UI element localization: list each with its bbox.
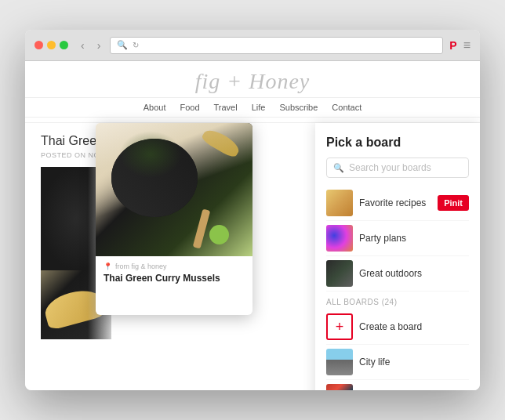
blog-logo: fig + Honey	[25, 69, 480, 94]
menu-button[interactable]: ≡	[463, 38, 470, 52]
nav-life[interactable]: Life	[252, 103, 266, 112]
board-name-city-life: City life	[359, 357, 469, 368]
nav-about[interactable]: About	[144, 103, 166, 112]
card-image	[96, 123, 252, 256]
search-icon: 🔍	[117, 40, 128, 50]
website-content: fig + Honey About Food Travel Life Subsc…	[25, 61, 480, 390]
card-source: 📍 from fig & honey	[104, 262, 245, 270]
create-board-item[interactable]: + Create a board	[326, 310, 469, 345]
board-thumb-city-life	[326, 349, 353, 375]
pinterest-icon: P	[449, 39, 456, 52]
traffic-lights	[35, 41, 68, 49]
board-thumb-favorite-recipes	[326, 190, 353, 216]
maximize-button[interactable]	[60, 41, 68, 49]
board-thumb-design	[326, 384, 353, 390]
board-item-design[interactable]: Design	[326, 380, 469, 390]
board-item-favorite-recipes[interactable]: Favorite recipes Pinit	[326, 186, 469, 221]
browser-chrome: ‹ › 🔍 ↻ P ≡	[25, 30, 480, 61]
nav-food[interactable]: Food	[180, 103, 199, 112]
board-item-party-plans[interactable]: Party plans	[326, 221, 469, 256]
location-icon: 📍	[104, 262, 112, 270]
card-bottom: 📍 from fig & honey Thai Green Curry Muss…	[96, 256, 252, 290]
all-boards-label: ALL BOARDS (24)	[326, 298, 469, 306]
close-button[interactable]	[35, 41, 43, 49]
blog-nav: About Food Travel Life Subscribe Contact	[25, 97, 480, 118]
back-button[interactable]: ‹	[78, 38, 88, 53]
nav-contact[interactable]: Contact	[332, 103, 361, 112]
pick-board-panel: Pick a board 🔍 Search your boards Favori…	[315, 123, 480, 390]
browser-window: ‹ › 🔍 ↻ P ≡ fig + Honey About Food Trave…	[25, 30, 480, 390]
forward-button[interactable]: ›	[94, 38, 104, 53]
greens-overlay	[119, 131, 182, 178]
reload-icon: ↻	[133, 41, 139, 49]
board-thumb-great-outdoors	[326, 260, 353, 287]
create-board-icon: +	[326, 313, 353, 340]
all-boards-list: City life Design Favorite recipes	[326, 345, 469, 390]
nav-subscribe[interactable]: Subscribe	[279, 103, 318, 112]
search-placeholder: Search your boards	[349, 162, 431, 173]
panel-title: Pick a board	[326, 136, 469, 150]
blog-body: Thai Green Curry Muss POSTED ON NOVEMBER…	[25, 123, 480, 350]
board-item-great-outdoors[interactable]: Great outdoors	[326, 256, 469, 291]
search-icon: 🔍	[333, 163, 344, 173]
board-search-box[interactable]: 🔍 Search your boards	[326, 158, 469, 178]
blog-header: fig + Honey About Food Travel Life Subsc…	[25, 61, 480, 123]
board-name-great-outdoors: Great outdoors	[359, 268, 469, 279]
card-title: Thai Green Curry Mussels	[104, 273, 245, 284]
create-board-label: Create a board	[359, 321, 422, 332]
board-item-city-life[interactable]: City life	[326, 345, 469, 380]
pinit-button[interactable]: Pinit	[438, 195, 469, 211]
address-bar[interactable]: 🔍 ↻	[110, 37, 443, 54]
board-thumb-party-plans	[326, 225, 353, 252]
board-name-favorite-recipes: Favorite recipes	[359, 197, 431, 208]
top-boards-list: Favorite recipes Pinit Party plans Great…	[326, 186, 469, 291]
lime-shape	[209, 225, 229, 244]
minimize-button[interactable]	[47, 41, 56, 49]
nav-travel[interactable]: Travel	[214, 103, 238, 112]
source-text: from fig & honey	[115, 262, 167, 270]
board-name-party-plans: Party plans	[359, 233, 469, 244]
pinterest-card: 📍 from fig & honey Thai Green Curry Muss…	[96, 123, 252, 315]
